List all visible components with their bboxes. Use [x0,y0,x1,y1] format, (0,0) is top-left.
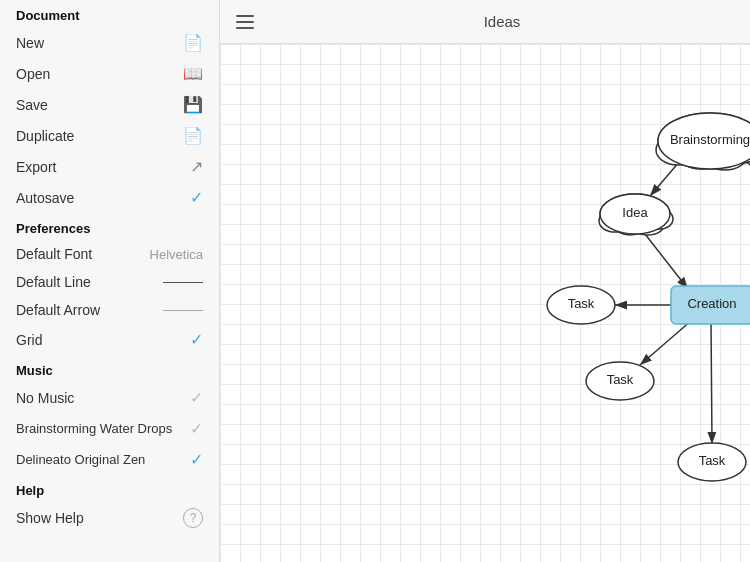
sidebar-item-no-music[interactable]: No Music ✓ [0,382,219,413]
arrow-creation-to-task3 [711,321,712,444]
help-section-header: Help [0,475,219,502]
grid-check-icon: ✓ [190,330,203,349]
hamburger-line-2 [236,21,254,23]
sidebar: Document New 📄 Open 📖 Save 💾 Duplicate 📄… [0,0,220,562]
new-label: New [16,35,183,51]
autosave-check-icon: ✓ [190,188,203,207]
brainstorming-node[interactable]: Brainstorming [656,113,750,170]
delineato-original-zen-label: Delineato Original Zen [16,452,190,467]
brainstorming-water-drops-check-icon: ✓ [190,419,203,438]
sidebar-item-show-help[interactable]: Show Help ? [0,502,219,534]
arrow-brainstorming-to-idea [650,161,680,196]
duplicate-label: Duplicate [16,128,183,144]
creation-node[interactable]: Creation [671,286,750,324]
brainstorming-label: Brainstorming [670,132,750,147]
default-font-label: Default Font [16,246,150,262]
task1-label: Task [568,296,595,311]
hamburger-line-3 [236,27,254,29]
default-arrow-sample [163,310,203,311]
default-line-sample [163,282,203,283]
idea-node[interactable]: Idea [599,194,673,235]
music-section-header: Music [0,355,219,382]
arrow-idea-to-creation [645,234,688,289]
duplicate-icon: 📄 [183,126,203,145]
sidebar-item-new[interactable]: New 📄 [0,27,219,58]
diagram-canvas[interactable]: Brainstorming Idea Note Creat [220,44,750,562]
canvas-title: Ideas [270,13,734,30]
no-music-check-icon: ✓ [190,388,203,407]
sidebar-item-brainstorming-water-drops[interactable]: Brainstorming Water Drops ✓ [0,413,219,444]
default-line-label: Default Line [16,274,163,290]
task2-label: Task [607,372,634,387]
save-label: Save [16,97,183,113]
sidebar-item-delineato-original-zen[interactable]: Delineato Original Zen ✓ [0,444,219,475]
grid-label: Grid [16,332,190,348]
sidebar-item-export[interactable]: Export ↗︎ [0,151,219,182]
creation-label: Creation [687,296,736,311]
open-label: Open [16,66,183,82]
diagram-svg: Brainstorming Idea Note Creat [220,44,750,562]
help-icon: ? [183,508,203,528]
open-icon: 📖 [183,64,203,83]
show-help-label: Show Help [16,510,183,526]
export-icon: ↗︎ [190,157,203,176]
document-section-header: Document [0,0,219,27]
task1-node[interactable]: Task [547,286,615,324]
task2-node[interactable]: Task [586,362,654,400]
new-document-icon: 📄 [183,33,203,52]
toolbar: Ideas [220,0,750,44]
task3-node[interactable]: Task [678,443,746,481]
sidebar-item-default-arrow[interactable]: Default Arrow [0,296,219,324]
arrow-creation-to-task2 [640,320,692,365]
default-arrow-label: Default Arrow [16,302,163,318]
sidebar-item-default-line[interactable]: Default Line [0,268,219,296]
sidebar-item-open[interactable]: Open 📖 [0,58,219,89]
sidebar-item-save[interactable]: Save 💾 [0,89,219,120]
sidebar-item-grid[interactable]: Grid ✓ [0,324,219,355]
export-label: Export [16,159,190,175]
autosave-label: Autosave [16,190,190,206]
task3-label: Task [699,453,726,468]
sidebar-item-duplicate[interactable]: Duplicate 📄 [0,120,219,151]
preferences-section-header: Preferences [0,213,219,240]
hamburger-menu-button[interactable] [236,15,254,29]
sidebar-item-autosave[interactable]: Autosave ✓ [0,182,219,213]
main-area: Ideas [220,0,750,562]
hamburger-line-1 [236,15,254,17]
default-font-value: Helvetica [150,247,203,262]
brainstorming-water-drops-label: Brainstorming Water Drops [16,421,190,436]
delineato-original-zen-check-icon: ✓ [190,450,203,469]
idea-label: Idea [622,205,648,220]
no-music-label: No Music [16,390,190,406]
save-icon: 💾 [183,95,203,114]
sidebar-item-default-font[interactable]: Default Font Helvetica [0,240,219,268]
